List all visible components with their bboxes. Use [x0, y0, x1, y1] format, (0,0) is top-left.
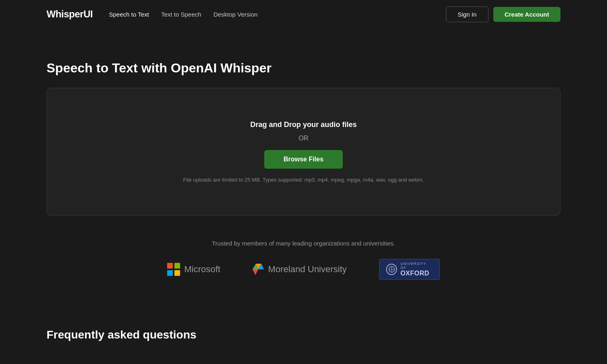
moreland-icon	[253, 264, 264, 275]
oxford-emblem-icon	[388, 266, 395, 273]
page-title: Speech to Text with OpenAI Whisper	[47, 61, 560, 76]
dropzone-or-text: OR	[299, 135, 308, 142]
ms-square-blue	[167, 270, 173, 276]
svg-marker-3	[253, 269, 258, 275]
dropzone[interactable]: Drag and Drop your audio files OR Browse…	[47, 88, 560, 216]
ms-square-yellow	[174, 270, 180, 276]
header-left: WhisperUI Speech to Text Text to Speech …	[47, 8, 258, 20]
ms-square-red	[167, 263, 173, 269]
nav-item-speech-to-text[interactable]: Speech to Text	[109, 11, 149, 18]
microsoft-grid-icon	[167, 263, 180, 276]
trusted-section: Trusted by members of many leading organ…	[47, 240, 560, 280]
browse-files-button[interactable]: Browse Files	[264, 150, 343, 169]
moreland-text: Moreland University	[268, 264, 346, 275]
nav-item-desktop-version[interactable]: Desktop Version	[213, 11, 257, 18]
faq-section: Frequently asked questions	[0, 328, 607, 341]
oxford-university-logo: UNIVERSITY OF OXFORD	[379, 259, 440, 280]
dropzone-drag-text: Drag and Drop your audio files	[250, 121, 357, 129]
oxford-inner: UNIVERSITY OF OXFORD	[386, 262, 433, 277]
dropzone-info-text: File uploads are limited to 25 MB. Types…	[183, 177, 424, 183]
moreland-university-logo: Moreland University	[253, 264, 346, 275]
nav-item-text-to-speech[interactable]: Text to Speech	[161, 11, 201, 18]
microsoft-text: Microsoft	[184, 264, 220, 275]
create-account-button[interactable]: Create Account	[493, 7, 560, 22]
main-content: Speech to Text with OpenAI Whisper Drag …	[0, 28, 607, 304]
header-right: Sign In Create Account	[446, 6, 560, 22]
logo[interactable]: WhisperUI	[47, 8, 93, 20]
logos-row: Microsoft Moreland University	[167, 259, 440, 280]
signin-button[interactable]: Sign In	[446, 6, 488, 22]
oxford-top-text: UNIVERSITY OF	[400, 262, 433, 270]
ms-square-green	[174, 263, 180, 269]
faq-title: Frequently asked questions	[47, 328, 560, 341]
oxford-circle-icon	[386, 264, 397, 275]
trusted-text: Trusted by members of many leading organ…	[212, 240, 395, 247]
main-nav: Speech to Text Text to Speech Desktop Ve…	[109, 11, 257, 18]
oxford-text-block: UNIVERSITY OF OXFORD	[400, 262, 433, 277]
oxford-main-text: OXFORD	[400, 270, 433, 277]
header: WhisperUI Speech to Text Text to Speech …	[0, 0, 607, 28]
microsoft-logo: Microsoft	[167, 263, 220, 276]
